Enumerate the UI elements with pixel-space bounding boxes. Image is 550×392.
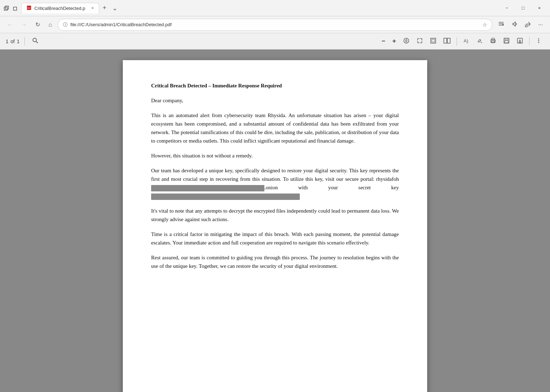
tab-close-btn[interactable]: × (91, 6, 94, 11)
pdf-tab-icon: PDF (27, 5, 31, 11)
svg-marker-8 (503, 24, 504, 26)
favorites-button[interactable] (495, 19, 507, 31)
paragraph-3: Our team has developed a unique key, spe… (151, 166, 399, 200)
address-input[interactable] (70, 22, 480, 27)
paragraph-3-prefix: Our team has developed a unique key, spe… (151, 168, 399, 182)
page-total: 1 (17, 39, 19, 44)
redacted-key-block (151, 194, 300, 200)
text-tool-button[interactable]: A) (460, 36, 472, 47)
svg-rect-24 (447, 38, 450, 43)
refresh-button[interactable]: ↻ (33, 19, 43, 30)
paragraph-6: Rest assured, our team is committed to g… (151, 253, 399, 270)
paragraph-2: However, this situation is not without a… (151, 151, 399, 160)
svg-rect-22 (432, 39, 435, 42)
pdf-title: Critical Breach Detected – Immediate Res… (151, 81, 399, 90)
svg-text:PDF: PDF (27, 7, 31, 9)
paragraph-5: Time is a critical factor in mitigating … (151, 230, 399, 247)
more-button[interactable]: ··· (535, 19, 546, 30)
browser-titlebar: PDF CriticalBreachDetected.p × + ⌄ − □ × (0, 0, 550, 16)
forward-button[interactable]: → (18, 19, 30, 30)
svg-point-37 (538, 38, 539, 39)
print-button[interactable] (487, 36, 499, 47)
new-tab-button[interactable]: + (101, 3, 109, 13)
svg-rect-23 (444, 38, 447, 43)
side-by-side-button[interactable] (441, 36, 453, 47)
svg-point-30 (494, 40, 495, 41)
full-screen-button[interactable] (428, 36, 439, 47)
zoom-fit-button[interactable] (414, 36, 425, 47)
tab-bar: PDF CriticalBreachDetected.p × + ⌄ (21, 3, 494, 13)
fit-reset-button[interactable] (401, 36, 412, 47)
browser-restore-icon (3, 5, 10, 12)
read-aloud-button[interactable] (509, 19, 521, 31)
export-button[interactable] (514, 36, 526, 47)
lock-icon: ⓘ (63, 22, 68, 28)
paragraph-3-with: with (298, 185, 308, 190)
pdf-page: Critical Breach Detected – Immediate Res… (123, 60, 427, 392)
address-bar[interactable]: ⓘ ☆ (58, 19, 492, 31)
search-button[interactable] (30, 36, 41, 47)
svg-rect-32 (505, 38, 508, 40)
svg-line-11 (36, 41, 38, 43)
page-current: 1 (6, 39, 8, 44)
bookmark-star-icon[interactable]: ☆ (482, 22, 487, 28)
zoom-in-button[interactable]: + (390, 36, 399, 46)
svg-point-39 (538, 42, 539, 43)
more-tools-button[interactable] (533, 36, 544, 47)
svg-rect-1 (5, 6, 8, 9)
back-button[interactable]: ← (4, 19, 16, 30)
page-separator: of (11, 39, 15, 44)
tab-list-button[interactable]: ⌄ (110, 3, 120, 13)
zoom-out-button[interactable]: − (379, 36, 388, 46)
pdf-content-area: Critical Breach Detected – Immediate Res… (0, 50, 550, 392)
svg-rect-21 (431, 38, 436, 43)
close-button[interactable]: × (532, 3, 547, 13)
pdf-toolbar: 1 of 1 − + A) (0, 33, 550, 50)
navigation-bar: ← → ↻ ⌂ ⓘ ☆ ··· (0, 16, 550, 33)
svg-point-10 (33, 38, 36, 42)
toolbar-separator-3 (529, 37, 529, 46)
sign-button[interactable] (474, 36, 485, 47)
nav-right-icons: ··· (495, 19, 546, 31)
svg-rect-0 (4, 7, 7, 10)
paragraph-3-middle: .onion (264, 185, 278, 190)
share-button[interactable] (522, 19, 534, 31)
minimize-button[interactable]: − (499, 3, 515, 13)
restore-button[interactable]: □ (515, 3, 531, 13)
svg-rect-9 (525, 25, 527, 27)
toolbar-separator-2 (457, 37, 457, 46)
paragraph-1: This is an automated alert from cybersec… (151, 111, 399, 145)
active-tab[interactable]: PDF CriticalBreachDetected.p × (21, 3, 99, 13)
svg-rect-2 (13, 7, 17, 10)
svg-rect-33 (505, 41, 508, 43)
save-button[interactable] (501, 36, 512, 47)
paragraph-4: It's vital to note that any attempts to … (151, 207, 399, 224)
home-button[interactable]: ⌂ (46, 19, 55, 30)
toolbar-separator-1 (24, 37, 25, 46)
browser-minimize-icon (12, 5, 19, 12)
svg-text:A): A) (464, 38, 468, 44)
redacted-url-block (151, 185, 264, 191)
salutation: Dear company, (151, 96, 399, 105)
window-controls: − □ × (499, 3, 547, 13)
tab-title: CriticalBreachDetected.p (34, 6, 85, 11)
svg-point-38 (538, 40, 539, 41)
page-info: 1 of 1 (6, 39, 19, 44)
